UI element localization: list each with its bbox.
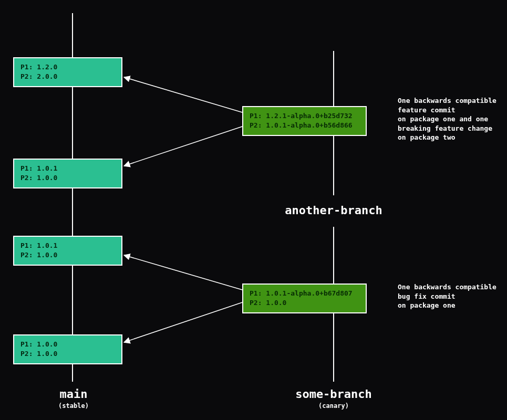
svg-line-9 bbox=[124, 77, 242, 112]
branch-title-main: main bbox=[32, 387, 116, 401]
commit-p2: P2: 1.0.0 bbox=[250, 299, 286, 307]
diagram-canvas: P1: 1.2.0 P2: 2.0.0 P1: 1.0.1 P2: 1.0.0 … bbox=[0, 0, 507, 420]
note-some-branch: One backwards compatible bug fix commit … bbox=[398, 282, 503, 310]
commit-main-2: P1: 1.0.1 P2: 1.0.0 bbox=[13, 236, 122, 266]
commit-p2: P2: 1.0.0 bbox=[20, 174, 57, 182]
svg-line-11 bbox=[124, 255, 242, 290]
branch-title-another: another-branch bbox=[263, 204, 405, 217]
commit-p1: P1: 1.2.1-alpha.0+b25d732 bbox=[250, 112, 353, 120]
branch-subtitle-main: (stable) bbox=[32, 402, 116, 410]
commit-p2: P2: 1.0.1-alpha.0+b56d866 bbox=[250, 121, 353, 129]
commit-p1: P1: 1.0.0 bbox=[20, 340, 57, 348]
branch-subtitle-some: (canary) bbox=[271, 402, 397, 410]
commit-main-0: P1: 1.2.0 P2: 2.0.0 bbox=[13, 57, 122, 87]
commit-p1: P1: 1.0.1-alpha.0+b67d807 bbox=[250, 289, 353, 297]
commit-main-3: P1: 1.0.0 P2: 1.0.0 bbox=[13, 334, 122, 364]
commit-some-branch: P1: 1.0.1-alpha.0+b67d807 P2: 1.0.0 bbox=[242, 284, 367, 313]
commit-p1: P1: 1.2.0 bbox=[20, 63, 57, 71]
commit-p2: P2: 1.0.0 bbox=[20, 350, 57, 358]
commit-main-1: P1: 1.0.1 P2: 1.0.0 bbox=[13, 159, 122, 188]
commit-p2: P2: 1.0.0 bbox=[20, 251, 57, 259]
commit-p1: P1: 1.0.1 bbox=[20, 242, 57, 249]
commit-p2: P2: 2.0.0 bbox=[20, 72, 57, 80]
note-another-branch: One backwards compatible feature commit … bbox=[398, 96, 503, 142]
svg-line-10 bbox=[124, 127, 242, 166]
commit-p1: P1: 1.0.1 bbox=[20, 164, 57, 172]
branch-title-some: some-branch bbox=[271, 387, 397, 401]
commit-another-branch: P1: 1.2.1-alpha.0+b25d732 P2: 1.0.1-alph… bbox=[242, 106, 367, 136]
svg-line-12 bbox=[124, 302, 242, 342]
